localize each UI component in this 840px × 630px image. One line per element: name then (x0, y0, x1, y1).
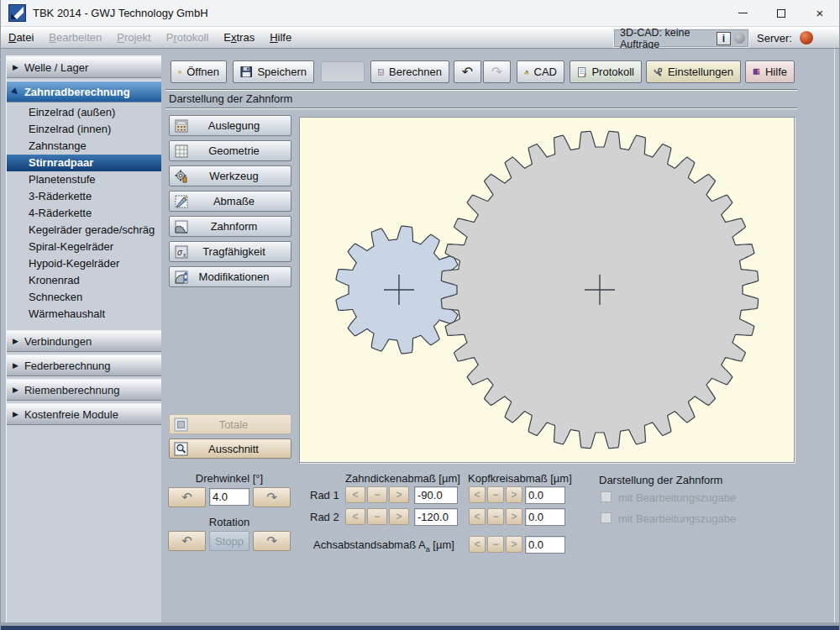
achsabstand-next-button[interactable]: > (506, 536, 522, 553)
rad1-prev-button[interactable]: < (345, 486, 365, 503)
undo-button[interactable]: ↶ (454, 60, 481, 83)
sidebar-item-3-raederkette[interactable]: 3-Räderkette (7, 188, 161, 205)
menu-extras[interactable]: Extras (216, 27, 262, 48)
kopfkreis2-reset-button[interactable]: − (487, 508, 504, 525)
zahnform-canvas[interactable] (299, 117, 795, 463)
rotate-ccw-button[interactable]: ↶ (168, 487, 206, 507)
rad2-zahndicken-input[interactable] (414, 508, 458, 526)
rotation-stop-button: Stopp (209, 531, 249, 551)
rad1-next-button[interactable]: > (389, 486, 409, 503)
protocol-button[interactable]: Protokoll (570, 60, 642, 83)
sidebar-section-welle-lager[interactable]: ▶ Welle / Lager (7, 56, 161, 78)
chevron-left-icon: < (474, 489, 480, 501)
rad2-reset-button[interactable]: − (367, 508, 387, 525)
kopfkreis2-input[interactable] (525, 508, 565, 526)
auslegung-button[interactable]: Auslegung (169, 115, 291, 136)
auslegung-label: Auslegung (189, 119, 287, 132)
chevron-right-icon: > (511, 489, 517, 501)
rotation-cw-button[interactable]: ↷ (253, 531, 291, 551)
sidebar-item-planetenstufe[interactable]: Planetenstufe (7, 171, 161, 188)
expanded-arrow-icon: ▶ (10, 87, 20, 97)
cad-status-text: 3D-CAD: keine Aufträge (620, 27, 717, 50)
cad-status-indicator (734, 33, 745, 44)
settings-label: Einstellungen (668, 66, 733, 78)
sidebar-section-federberechnung[interactable]: ▶ Federberechnung (7, 354, 161, 376)
calculator-icon (378, 66, 384, 79)
sidebar-item-zahnstange[interactable]: Zahnstange (7, 138, 161, 155)
sidebar-item-schnecken[interactable]: Schnecken (7, 289, 161, 306)
rad2-next-button[interactable]: > (389, 508, 409, 525)
kopfkreis1-spin-group: < − > (469, 486, 522, 503)
kopfkreis1-next-button[interactable]: > (506, 486, 522, 503)
rotation-ccw-button[interactable]: ↶ (168, 531, 206, 551)
geometrie-button[interactable]: Geometrie (169, 140, 291, 161)
modifikationen-button[interactable]: Modifikationen (169, 266, 291, 287)
kopfkreis2-prev-button[interactable]: < (469, 508, 486, 525)
window-title: TBK 2014 - GWJ Technology GmbH (33, 7, 208, 19)
collapsed-arrow-icon: ▶ (13, 410, 18, 418)
sidebar-item-4-raederkette[interactable]: 4-Räderkette (7, 205, 161, 222)
sidebar-section-kostenfreie-module[interactable]: ▶ Kostenfreie Module (7, 403, 161, 425)
totale-label: Totale (189, 418, 288, 431)
cad-info-button[interactable]: i (717, 32, 731, 45)
save-button[interactable]: Speichern (233, 60, 314, 83)
drehwinkel-label: Drehwinkel [°] (168, 472, 291, 485)
abmasse-button[interactable]: Abmaße (169, 191, 291, 212)
menu-bar: Datei Bearbeiten Projekt Protokoll Extra… (1, 27, 839, 49)
auslegung-icon (173, 118, 189, 134)
achsabstand-reset-button[interactable]: − (487, 536, 504, 553)
rad2-prev-button[interactable]: < (345, 508, 365, 525)
achsabstand-input[interactable] (525, 536, 565, 554)
rotate-cw-button[interactable]: ↷ (253, 487, 291, 507)
help-button[interactable]: ? Hilfe (745, 60, 795, 83)
rad2-spin-group: < − > (345, 508, 409, 525)
sidebar-item-waermehaushalt[interactable]: Wärmehaushalt (7, 306, 161, 323)
zahnform-button[interactable]: Zahnform (169, 216, 291, 237)
settings-button[interactable]: Einstellungen (646, 60, 741, 83)
tragfaehigkeit-button[interactable]: σx Tragfähigkeit (169, 241, 291, 262)
minimize-button[interactable] (723, 0, 762, 26)
title-bar: TBK 2014 - GWJ Technology GmbH × (1, 0, 839, 27)
kopfkreis1-input[interactable] (525, 486, 565, 504)
menu-hilfe[interactable]: Hilfe (262, 27, 299, 48)
kopfkreis2-next-button[interactable]: > (506, 508, 522, 525)
sidebar-section-riemenberechnung[interactable]: ▶ Riemenberechnung (7, 379, 161, 401)
sidebar-item-stirnradpaar[interactable]: Stirnradpaar (7, 155, 161, 171)
rad1-zahndicken-input[interactable] (414, 486, 458, 504)
sidebar-section-verbindungen[interactable]: ▶ Verbindungen (7, 330, 161, 352)
sidebar-item-einzelrad-aussen[interactable]: Einzelrad (außen) (7, 104, 161, 121)
chevron-left-icon: < (352, 511, 358, 522)
geometrie-label: Geometrie (189, 144, 287, 157)
minus-icon: − (374, 489, 380, 501)
sidebar-item-hypoid-kegelraeder[interactable]: Hypoid-Kegelräder (7, 255, 161, 272)
kopfkreis1-prev-button[interactable]: < (469, 486, 486, 503)
sidebar-item-kronenrad[interactable]: Kronenrad (7, 272, 161, 289)
chevron-right-icon: > (396, 489, 402, 501)
rad2-label: Rad 2 (310, 511, 339, 523)
calculate-button[interactable]: Berechnen (370, 60, 449, 83)
cad-button[interactable]: CAD (517, 60, 564, 83)
section-label: Welle / Lager (24, 61, 88, 74)
drehwinkel-input[interactable] (209, 488, 249, 506)
menu-datei[interactable]: Datei (1, 27, 41, 48)
minus-icon: − (374, 511, 380, 522)
open-button[interactable]: Öffnen (171, 60, 227, 83)
tragfaehigkeit-label: Tragfähigkeit (189, 245, 287, 258)
darstellung-options-label: Darstellung der Zahnform (599, 474, 722, 486)
werkzeug-button[interactable]: Werkzeug (169, 165, 291, 186)
protocol-label: Protokoll (591, 66, 634, 78)
open-folder-icon (178, 66, 181, 78)
ausschnitt-button[interactable]: Ausschnitt (169, 438, 291, 459)
sidebar-item-kegelraeder[interactable]: Kegelräder gerade/schräg (7, 222, 161, 239)
achsabstand-prev-button[interactable]: < (469, 536, 486, 553)
kopfkreis1-reset-button[interactable]: − (487, 486, 504, 503)
maximize-button[interactable] (762, 0, 801, 26)
close-button[interactable]: × (801, 0, 839, 26)
cad-label: CAD (534, 66, 557, 78)
rad1-reset-button[interactable]: − (367, 486, 387, 503)
ausschnitt-label: Ausschnitt (189, 443, 288, 455)
sidebar-item-einzelrad-innen[interactable]: Einzelrad (innen) (7, 121, 161, 138)
sidebar-section-zahnradberechnung[interactable]: ▶ Zahnradberechnung (7, 81, 161, 102)
rad1-label: Rad 1 (310, 489, 339, 501)
sidebar-item-spiral-kegelraeder[interactable]: Spiral-Kegelräder (7, 239, 161, 255)
